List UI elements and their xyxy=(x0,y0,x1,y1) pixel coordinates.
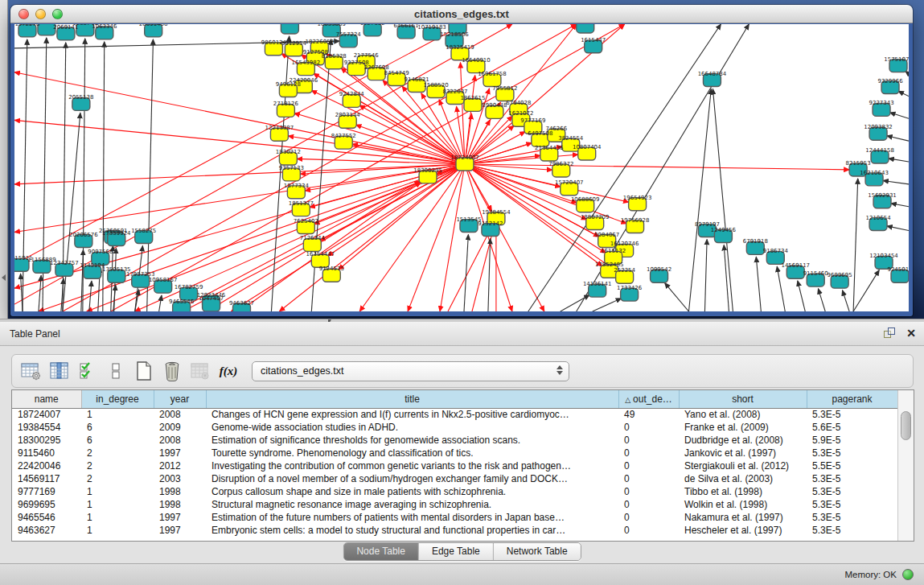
table-cell[interactable]: 5.3E-5 xyxy=(807,447,897,459)
graph-edge[interactable] xyxy=(883,180,909,183)
table-cell[interactable]: Jankovic et al. (1997) xyxy=(679,447,807,459)
network-table-selector[interactable]: citations_edges.txt xyxy=(252,361,569,381)
table-cell[interactable]: 0 xyxy=(618,498,679,511)
table-row[interactable]: 1872400712008Changes of HCN gene express… xyxy=(12,408,897,421)
table-row[interactable]: 1830029562008Estimation of significance … xyxy=(12,434,897,447)
graph-edge[interactable] xyxy=(465,24,577,164)
scrollbar-thumb[interactable] xyxy=(901,411,911,440)
table-cell[interactable]: 9465546 xyxy=(12,511,81,524)
graph-edge[interactable] xyxy=(465,164,849,170)
table-cell[interactable]: 1998 xyxy=(154,498,206,511)
table-row[interactable]: 969969511998Structural magnetic resonanc… xyxy=(12,498,897,511)
column-header-out-de-[interactable]: △out_de… xyxy=(618,390,679,408)
graph-edge[interactable] xyxy=(891,204,909,207)
table-cell[interactable]: Tibbo et al. (1998) xyxy=(679,485,807,498)
table-cell[interactable]: 5.3E-5 xyxy=(807,524,897,537)
delete-column-button[interactable] xyxy=(159,358,185,384)
table-cell[interactable]: 18300295 xyxy=(12,434,81,447)
table-cell[interactable]: Estimation of the future numbers of pati… xyxy=(206,511,618,524)
graph-edge[interactable] xyxy=(887,226,909,231)
table-cell[interactable]: Corpus callosum shape and size in male p… xyxy=(206,485,618,498)
graph-edge[interactable] xyxy=(232,164,465,311)
graph-edge[interactable] xyxy=(465,164,544,311)
table-cell[interactable]: Genome-wide association studies in ADHD. xyxy=(206,421,618,434)
graph-edge[interactable] xyxy=(704,239,707,311)
create-column-button[interactable] xyxy=(131,358,157,384)
column-header-in-degree[interactable]: in_degree xyxy=(81,390,154,408)
graph-edge[interactable] xyxy=(887,136,909,141)
change-table-mode-button[interactable] xyxy=(18,358,44,384)
network-graph[interactable]: 1872400798601248912954182260589127508165… xyxy=(14,24,909,311)
table-cell[interactable]: 9777169 xyxy=(12,485,81,498)
expand-panel-arrow-icon[interactable] xyxy=(2,274,6,281)
table-cell[interactable]: 5.6E-5 xyxy=(807,421,897,434)
table-cell[interactable]: 2012 xyxy=(154,459,206,472)
table-cell[interactable]: Wolkin et al. (1998) xyxy=(679,498,807,511)
graph-edge[interactable] xyxy=(21,274,23,311)
table-cell[interactable]: 6 xyxy=(81,421,154,434)
tab-node-table[interactable]: Node Table xyxy=(343,543,419,560)
table-cell[interactable]: 5.3E-5 xyxy=(807,408,897,421)
table-cell[interactable]: 0 xyxy=(618,447,679,459)
column-header-pagerank[interactable]: pagerank xyxy=(807,390,897,408)
graph-edge[interactable] xyxy=(898,91,909,96)
table-cell[interactable]: 2009 xyxy=(154,421,206,434)
table-cell[interactable]: Structural magnetic resonance image aver… xyxy=(206,498,618,511)
graph-edge[interactable] xyxy=(853,270,879,311)
graph-edge[interactable] xyxy=(448,226,492,311)
network-window-titlebar[interactable]: citations_edges.txt xyxy=(10,5,913,23)
table-cell[interactable]: 0 xyxy=(618,434,679,447)
table-cell[interactable]: 2008 xyxy=(154,408,206,421)
table-cell[interactable]: Estimation of significance thresholds fo… xyxy=(206,434,618,447)
table-cell[interactable]: 1997 xyxy=(154,447,206,459)
table-cell[interactable]: Disruption of a novel member of a sodium… xyxy=(206,472,618,485)
graph-edge[interactable] xyxy=(593,299,622,311)
column-header-short[interactable]: short xyxy=(679,390,807,408)
column-header-title[interactable]: title xyxy=(206,390,618,408)
graph-edge[interactable] xyxy=(14,164,465,288)
graph-edge[interactable] xyxy=(777,266,785,311)
column-header-name[interactable]: name xyxy=(12,390,81,408)
table-cell[interactable]: 2 xyxy=(81,459,154,472)
table-cell[interactable]: 18724007 xyxy=(12,408,81,421)
table-cell[interactable]: 22420046 xyxy=(12,459,81,472)
close-panel-icon[interactable]: ✕ xyxy=(906,327,916,340)
table-cell[interactable]: de Silva et al. (2003) xyxy=(679,472,807,485)
table-cell[interactable]: 9699695 xyxy=(12,498,81,511)
table-cell[interactable]: 1 xyxy=(81,498,154,511)
table-cell[interactable]: 0 xyxy=(618,459,679,472)
table-cell[interactable]: 5.3E-5 xyxy=(807,472,897,485)
table-row[interactable]: 977716911998Corpus callosum shape and si… xyxy=(12,485,897,498)
graph-edge[interactable] xyxy=(798,281,805,311)
table-cell[interactable]: Tourette syndrome. Phenomenology and cla… xyxy=(206,447,618,459)
table-cell[interactable]: 19384554 xyxy=(12,421,81,434)
table-cell[interactable]: Embryonic stem cells: a model to study s… xyxy=(206,524,618,537)
control-panel-collapsed-strip[interactable] xyxy=(0,0,8,319)
table-cell[interactable]: Investigating the contribution of common… xyxy=(206,459,618,472)
table-cell[interactable]: 1997 xyxy=(154,511,206,524)
graph-edge[interactable] xyxy=(756,257,761,311)
network-canvas[interactable]: 1872400798601248912954182260589127508165… xyxy=(14,24,909,311)
graph-edge[interactable] xyxy=(890,113,909,119)
graph-edge[interactable] xyxy=(665,283,689,311)
graph-edge[interactable] xyxy=(294,113,465,164)
table-cell[interactable]: 9463627 xyxy=(12,524,81,537)
table-cell[interactable]: 0 xyxy=(618,485,679,498)
show-columns-button[interactable] xyxy=(47,358,72,384)
table-cell[interactable]: Changes of HCN gene expression and I(f) … xyxy=(206,408,618,421)
table-cell[interactable]: Yano et al. (2008) xyxy=(679,408,807,421)
table-cell[interactable]: 1 xyxy=(81,524,154,537)
table-cell[interactable]: 0 xyxy=(618,421,679,434)
table-row[interactable]: 946554611997Estimation of the future num… xyxy=(12,511,897,524)
table-cell[interactable]: Franke et al. (2009) xyxy=(679,421,807,434)
table-cell[interactable]: 0 xyxy=(618,524,679,537)
table-cell[interactable]: 5.9E-5 xyxy=(807,434,897,447)
table-row[interactable]: 2242004622012Investigating the contribut… xyxy=(12,459,897,472)
graph-edge[interactable] xyxy=(853,179,858,311)
table-row[interactable]: 946362711997Embryonic stem cells: a mode… xyxy=(12,524,897,537)
table-cell[interactable]: 2 xyxy=(81,447,154,459)
attribute-table[interactable]: namein_degreeyeartitle△out_de…shortpager… xyxy=(12,390,898,537)
table-cell[interactable]: 1 xyxy=(81,408,154,421)
function-builder-button[interactable]: f(x) xyxy=(216,358,241,384)
table-row[interactable]: 911546021997Tourette syndrome. Phenomeno… xyxy=(12,447,897,459)
